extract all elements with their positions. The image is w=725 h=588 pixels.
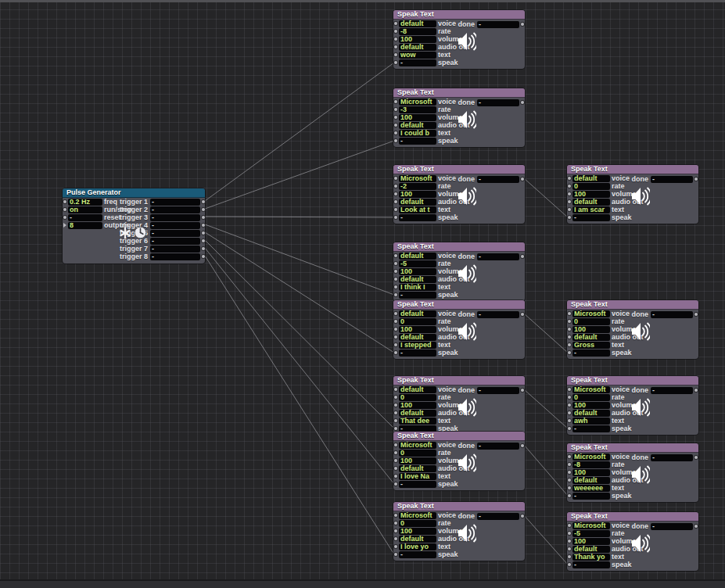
speak-input-port[interactable] bbox=[568, 216, 571, 219]
trigger-output-port[interactable] bbox=[202, 208, 205, 211]
speak-value-box[interactable]: - bbox=[399, 59, 436, 66]
speak-input-port[interactable] bbox=[568, 563, 571, 566]
rate-input-port[interactable] bbox=[568, 396, 571, 399]
speak-text-node[interactable]: Speak Text default voice -8 rate 100 vol… bbox=[393, 10, 525, 69]
voice-input-port[interactable] bbox=[394, 443, 397, 446]
speak-input-port[interactable] bbox=[394, 139, 397, 142]
text-value-box[interactable]: I love yo bbox=[399, 543, 436, 550]
volume-value-box[interactable]: 100 bbox=[399, 528, 436, 535]
volume-value-box[interactable]: 100 bbox=[572, 469, 610, 476]
speak-value-box[interactable]: - bbox=[399, 551, 436, 558]
rate-value-box[interactable]: 0 bbox=[399, 520, 436, 527]
audio-out-input-port[interactable] bbox=[568, 411, 571, 414]
rate-value-box[interactable]: 0 bbox=[399, 318, 436, 325]
speak-text-title-bar[interactable]: Speak Text bbox=[393, 10, 525, 20]
reset-value-box[interactable]: - bbox=[68, 214, 102, 221]
speak-text-node[interactable]: Speak Text Microsoft voice 0 rate 100 vo… bbox=[567, 376, 698, 435]
rate-value-box[interactable]: -8 bbox=[572, 461, 610, 468]
speak-input-port[interactable] bbox=[394, 482, 397, 486]
voice-input-port[interactable] bbox=[394, 254, 397, 257]
audio-out-input-port[interactable] bbox=[394, 537, 397, 540]
run-stop-value-box[interactable]: on bbox=[68, 206, 102, 213]
voice-value-box[interactable]: default bbox=[399, 253, 436, 260]
text-input-port[interactable] bbox=[568, 486, 571, 489]
rate-input-port[interactable] bbox=[394, 451, 397, 454]
connection-wire[interactable] bbox=[205, 248, 394, 484]
volume-value-box[interactable]: 100 bbox=[572, 191, 610, 198]
volume-input-port[interactable] bbox=[394, 270, 397, 273]
done-output-port[interactable] bbox=[521, 313, 524, 316]
text-value-box[interactable]: wow bbox=[399, 52, 436, 59]
volume-input-port[interactable] bbox=[394, 529, 397, 532]
audio-out-input-port[interactable] bbox=[394, 200, 397, 203]
audio-out-value-box[interactable]: default bbox=[399, 199, 436, 206]
voice-value-box[interactable]: Microsoft bbox=[399, 442, 436, 449]
input-port[interactable] bbox=[63, 200, 66, 203]
voice-input-port[interactable] bbox=[568, 455, 571, 458]
text-value-box[interactable]: Thank yo bbox=[572, 554, 610, 561]
done-output-port[interactable] bbox=[521, 444, 524, 447]
connection-wire[interactable] bbox=[205, 256, 394, 554]
audio-out-input-port[interactable] bbox=[394, 45, 397, 48]
rate-value-box[interactable]: 0 bbox=[399, 394, 436, 401]
speak-value-box[interactable]: - bbox=[572, 350, 610, 357]
speak-value-box[interactable]: - bbox=[572, 214, 610, 221]
voice-value-box[interactable]: default bbox=[572, 175, 610, 182]
speak-text-node[interactable]: Speak Text default voice -5 rate 100 vol… bbox=[393, 242, 525, 301]
speak-text-node[interactable]: Speak Text default voice 0 rate 100 volu… bbox=[567, 165, 698, 224]
speak-value-box[interactable]: - bbox=[399, 350, 436, 357]
voice-input-port[interactable] bbox=[394, 514, 397, 517]
text-value-box[interactable]: Gross bbox=[572, 342, 610, 349]
speak-input-port[interactable] bbox=[394, 293, 397, 296]
voice-input-port[interactable] bbox=[568, 524, 571, 527]
input-port[interactable] bbox=[63, 216, 66, 219]
text-value-box[interactable]: awh bbox=[572, 418, 610, 425]
voice-value-box[interactable]: Microsoft bbox=[572, 386, 610, 393]
audio-out-input-port[interactable] bbox=[394, 124, 397, 127]
audio-out-input-port[interactable] bbox=[568, 479, 571, 482]
rate-input-port[interactable] bbox=[394, 108, 397, 111]
done-output-port[interactable] bbox=[521, 255, 524, 258]
volume-input-port[interactable] bbox=[394, 38, 397, 41]
volume-input-port[interactable] bbox=[394, 192, 397, 195]
rate-input-port[interactable] bbox=[394, 30, 397, 33]
speak-text-node[interactable]: Speak Text Microsoft voice -2 rate 100 v… bbox=[393, 165, 525, 224]
voice-input-port[interactable] bbox=[568, 312, 571, 315]
speak-text-node[interactable]: Speak Text Microsoft voice 0 rate 100 vo… bbox=[567, 300, 698, 359]
speak-text-title-bar[interactable]: Speak Text bbox=[393, 376, 525, 385]
speak-text-node[interactable]: Speak Text Microsoft voice -8 rate 100 v… bbox=[567, 443, 698, 502]
audio-out-input-port[interactable] bbox=[394, 467, 397, 470]
audio-out-input-port[interactable] bbox=[568, 335, 571, 339]
volume-input-port[interactable] bbox=[568, 471, 571, 474]
speak-value-box[interactable]: - bbox=[572, 561, 610, 568]
voice-input-port[interactable] bbox=[394, 312, 397, 315]
audio-out-value-box[interactable]: default bbox=[399, 44, 436, 51]
speak-text-node[interactable]: Speak Text Microsoft voice -5 rate 100 v… bbox=[567, 512, 698, 571]
input-port[interactable] bbox=[63, 208, 66, 211]
done-output-port[interactable] bbox=[694, 389, 698, 392]
voice-value-box[interactable]: Microsoft bbox=[399, 512, 436, 519]
speak-text-title-bar[interactable]: Speak Text bbox=[393, 88, 525, 98]
audio-out-input-port[interactable] bbox=[568, 200, 571, 203]
text-value-box[interactable]: That dee bbox=[399, 418, 436, 425]
done-output-port[interactable] bbox=[694, 177, 698, 181]
audio-out-value-box[interactable]: default bbox=[399, 465, 436, 472]
audio-out-value-box[interactable]: default bbox=[399, 536, 436, 543]
speak-text-title-bar[interactable]: Speak Text bbox=[393, 300, 525, 310]
voice-value-box[interactable]: default bbox=[399, 20, 436, 27]
rate-value-box[interactable]: -5 bbox=[399, 260, 436, 267]
trigger-output-port[interactable] bbox=[202, 216, 205, 219]
audio-out-value-box[interactable]: default bbox=[572, 334, 610, 341]
volume-value-box[interactable]: 100 bbox=[399, 457, 436, 464]
rate-value-box[interactable]: -5 bbox=[572, 530, 610, 537]
speak-text-node[interactable]: Speak Text Microsoft voice 0 rate 100 vo… bbox=[393, 502, 525, 561]
text-input-port[interactable] bbox=[394, 343, 397, 346]
text-input-port[interactable] bbox=[394, 131, 397, 134]
audio-out-value-box[interactable]: default bbox=[572, 410, 610, 417]
speak-input-port[interactable] bbox=[394, 61, 397, 64]
text-value-box[interactable]: weeeeee bbox=[572, 485, 610, 492]
speak-input-port[interactable] bbox=[394, 216, 397, 219]
text-input-port[interactable] bbox=[394, 208, 397, 211]
speak-text-title-bar[interactable]: Speak Text bbox=[393, 502, 525, 511]
audio-out-value-box[interactable]: default bbox=[572, 546, 610, 553]
